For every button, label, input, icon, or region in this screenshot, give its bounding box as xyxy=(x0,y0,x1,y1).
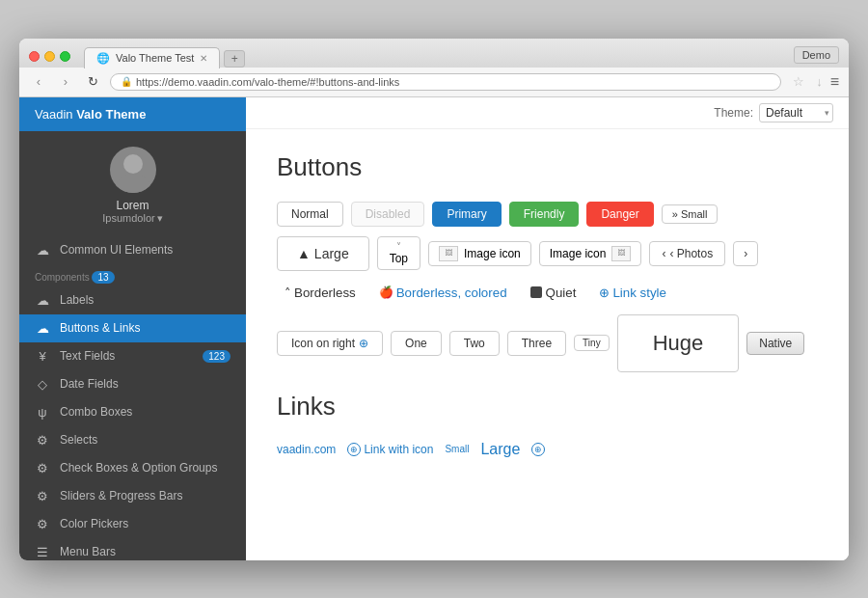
theme-bar: Theme: Default Valo Reindeer Runo ▾ xyxy=(246,97,849,129)
large-button[interactable]: ▲ Large xyxy=(277,236,369,271)
button-row-3: ˄ Borderless 🍎 Borderless, colored Quiet… xyxy=(277,281,818,305)
link-style-button[interactable]: ⊕ Link style xyxy=(591,281,674,305)
small-link[interactable]: Small xyxy=(445,444,469,454)
menu-bars-icon: ☰ xyxy=(35,545,50,559)
icon-right-symbol: ⊕ xyxy=(359,337,368,350)
links-section: Links vaadin.com ⊕ Link with icon Small … xyxy=(277,392,818,458)
theme-select-wrapper: Default Valo Reindeer Runo ▾ xyxy=(759,103,833,122)
link-row: vaadin.com ⊕ Link with icon Small Large … xyxy=(277,441,818,458)
bookmark-icon[interactable]: ☆ xyxy=(793,74,804,89)
apple-icon: 🍎 xyxy=(379,285,393,299)
minimize-button[interactable] xyxy=(44,51,55,62)
back-button[interactable]: ‹ xyxy=(29,72,48,92)
photos-icon: ‹ xyxy=(662,247,665,260)
disabled-button: Disabled xyxy=(351,202,425,227)
address-bar: ‹ › ↻ 🔒 https://demo.vaadin.com/valo-the… xyxy=(19,68,849,97)
image-icon-button-2[interactable]: Image icon 🖼 xyxy=(539,241,642,266)
theme-label: Theme: xyxy=(714,106,753,120)
two-button[interactable]: Two xyxy=(449,331,500,356)
button-row-1: Normal Disabled Primary Friendly Danger … xyxy=(277,202,818,227)
large-arrow-icon: ▲ xyxy=(297,246,311,261)
brand-bold-text: Valo Theme xyxy=(76,107,146,122)
main-panel: Buttons Normal Disabled Primary Friendly… xyxy=(246,129,849,560)
download-icon[interactable]: ↓ xyxy=(816,74,823,89)
sidebar: Vaadin Valo Theme Lorem Ipsumdolor ▾ ☁ C… xyxy=(19,97,246,560)
sidebar-header: Vaadin Valo Theme xyxy=(19,97,246,131)
tab-close-icon[interactable]: ✕ xyxy=(200,53,207,64)
borderless-button[interactable]: ˄ Borderless xyxy=(277,281,364,305)
primary-button[interactable]: Primary xyxy=(432,202,501,227)
vaadin-link[interactable]: vaadin.com xyxy=(277,443,336,456)
text-fields-badge: 123 xyxy=(203,350,231,363)
sidebar-item-combo-boxes[interactable]: ψ Combo Boxes xyxy=(19,398,246,426)
sidebar-item-buttons-links[interactable]: ☁ Buttons & Links xyxy=(19,314,246,342)
sidebar-item-common-ui[interactable]: ☁ Common UI Elements xyxy=(19,236,246,264)
label-icon: ☁ xyxy=(35,293,50,308)
cloud-icon: ☁ xyxy=(35,243,50,258)
close-button[interactable] xyxy=(29,51,40,62)
buttons-title: Buttons xyxy=(277,152,818,182)
icon-on-right-button[interactable]: Icon on right ⊕ xyxy=(277,331,383,356)
tab-bar: 🌐 Valo Theme Test ✕ + xyxy=(84,46,786,68)
links-title: Links xyxy=(277,392,818,421)
link-circle-arrow-icon: ⊕ xyxy=(347,443,361,456)
three-button[interactable]: Three xyxy=(507,331,566,356)
sidebar-item-sliders[interactable]: ⚙ Sliders & Progress Bars xyxy=(19,482,246,510)
borderless-colored-button[interactable]: 🍎 Borderless, colored xyxy=(371,281,515,305)
tiny-button[interactable]: Tiny xyxy=(574,335,610,351)
top-dropdown-arrow-icon: ˅ xyxy=(396,241,401,252)
sidebar-item-labels[interactable]: ☁ Labels xyxy=(19,286,246,314)
svg-point-1 xyxy=(123,154,143,174)
theme-select[interactable]: Default Valo Reindeer Runo xyxy=(759,103,833,122)
address-input[interactable]: 🔒 https://demo.vaadin.com/valo-theme/#!b… xyxy=(110,73,781,91)
danger-button[interactable]: Danger xyxy=(586,202,653,227)
avatar xyxy=(110,147,156,193)
photos-button[interactable]: ‹ ‹ Photos xyxy=(649,241,725,266)
native-button[interactable]: Native xyxy=(746,332,804,355)
sidebar-item-text-fields[interactable]: ¥ Text Fields 123 xyxy=(19,342,246,370)
user-name: Lorem xyxy=(116,199,149,212)
menu-icon[interactable]: ≡ xyxy=(830,73,839,91)
dropdown-arrow-icon: ▾ xyxy=(157,212,163,225)
link-with-icon[interactable]: ⊕ Link with icon xyxy=(347,443,433,456)
sidebar-item-date-fields[interactable]: ◇ Date Fields xyxy=(19,370,246,398)
selects-icon: ⚙ xyxy=(35,433,50,448)
forward-button[interactable]: › xyxy=(56,72,75,92)
normal-button[interactable]: Normal xyxy=(277,202,343,227)
image-placeholder-1: 🖼 xyxy=(439,246,458,261)
arrow-button[interactable]: › xyxy=(733,241,758,266)
text-fields-icon: ¥ xyxy=(35,349,50,364)
url-text: https://demo.vaadin.com/valo-theme/#!but… xyxy=(136,76,399,88)
small-button[interactable]: » Small xyxy=(662,204,719,224)
image-placeholder-2: 🖼 xyxy=(611,246,631,261)
demo-button[interactable]: Demo xyxy=(794,46,839,64)
button-row-2: ▲ Large ˅ Top 🖼 Image icon Image icon 🖼 xyxy=(277,236,818,271)
image-icon-button-1[interactable]: 🖼 Image icon xyxy=(428,241,531,266)
active-tab[interactable]: 🌐 Valo Theme Test ✕ xyxy=(84,47,220,68)
new-tab-button[interactable]: + xyxy=(224,50,245,68)
button-row-4: Icon on right ⊕ One Two Three Tiny Huge … xyxy=(277,314,818,372)
title-bar: 🌐 Valo Theme Test ✕ + Demo xyxy=(19,39,849,68)
sidebar-section-components: Components 13 xyxy=(19,264,246,286)
borderless-arrow-icon: ˄ xyxy=(285,285,291,300)
large-link[interactable]: Large xyxy=(480,441,520,458)
sidebar-item-color-pickers[interactable]: ⚙ Color Pickers xyxy=(19,510,246,538)
link-style-icon: ⊕ xyxy=(599,285,610,300)
svg-point-0 xyxy=(114,174,152,193)
maximize-button[interactable] xyxy=(60,51,70,62)
checkboxes-icon: ⚙ xyxy=(35,461,50,476)
top-dropdown-button[interactable]: ˅ Top xyxy=(377,236,420,270)
friendly-button[interactable]: Friendly xyxy=(509,202,580,227)
sliders-icon: ⚙ xyxy=(35,489,50,503)
buttons-icon: ☁ xyxy=(35,321,50,336)
quiet-button[interactable]: Quiet xyxy=(523,281,584,305)
sidebar-item-selects[interactable]: ⚙ Selects xyxy=(19,426,246,454)
one-button[interactable]: One xyxy=(391,331,442,356)
huge-button[interactable]: Huge xyxy=(617,314,740,372)
sidebar-item-checkboxes[interactable]: ⚙ Check Boxes & Option Groups xyxy=(19,454,246,482)
date-fields-icon: ◇ xyxy=(35,377,50,392)
brand-text: Vaadin xyxy=(35,107,76,122)
color-pickers-icon: ⚙ xyxy=(35,517,50,531)
sidebar-item-menu-bars[interactable]: ☰ Menu Bars xyxy=(19,538,246,560)
reload-button[interactable]: ↻ xyxy=(83,72,102,92)
